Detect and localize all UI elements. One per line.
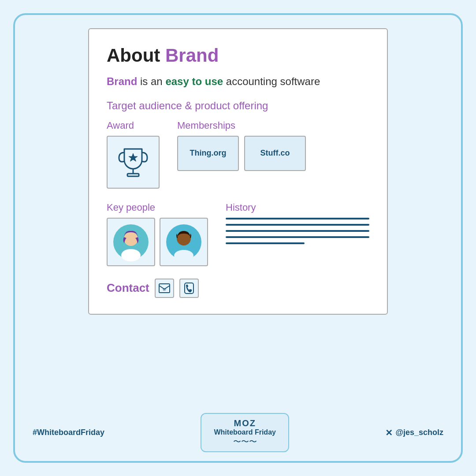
history-line-4 [226,236,369,238]
outer-border: About Brand Brand is an easy to use acco… [13,13,463,463]
phone-icon [184,283,194,294]
svg-point-7 [174,250,193,261]
award-box [107,136,160,189]
award-memberships-row: Award [107,120,369,189]
email-icon: @ [159,283,170,293]
svg-rect-11 [185,283,193,294]
memberships-label: Memberships [177,120,369,131]
page-title: About Brand [107,45,369,66]
twitter-username: @jes_scholz [395,428,443,437]
key-people-col: Key people [107,202,208,266]
twitter-handle-area: ✕ @jes_scholz [385,428,443,438]
trophy-icon [115,145,151,180]
history-line-3 [226,230,369,232]
email-icon-box[interactable]: @ [155,279,174,298]
award-label: Award [107,120,160,131]
svg-rect-1 [127,174,139,176]
desc-middle: is an [137,75,165,87]
bottom-area: #WhiteboardFriday MOZ Whiteboard Friday … [28,413,448,452]
contact-label: Contact [107,281,149,295]
history-line-2 [226,224,369,226]
desc-brand: Brand [107,75,137,87]
history-label: History [226,202,369,213]
membership-thing: Thing.org [177,136,239,171]
phone-icon-box[interactable] [179,279,199,298]
hashtag: #WhiteboardFriday [33,428,104,437]
memberships-col: Memberships Thing.org Stuff.co [177,120,369,189]
person-male-icon [164,222,204,262]
desc-easy: easy to use [165,75,223,87]
x-icon: ✕ [385,428,393,438]
target-heading: Target audience & product offering [107,100,369,112]
moz-badge: MOZ Whiteboard Friday 〜〜〜 [201,413,289,452]
moz-wave: 〜〜〜 [214,436,275,447]
key-people-label: Key people [107,202,208,213]
title-prefix: About [107,45,165,66]
svg-text:@: @ [163,287,166,291]
moz-subtitle: Whiteboard Friday [214,428,275,436]
history-line-5 [226,242,305,244]
title-brand: Brand [165,45,219,66]
contact-row: Contact @ [107,279,369,298]
person-1-box [107,218,155,266]
svg-point-5 [124,232,138,246]
award-col: Award [107,120,160,189]
moz-title: MOZ [214,418,275,428]
membership-stuff: Stuff.co [244,136,306,171]
membership-row: Thing.org Stuff.co [177,136,369,171]
desc-rest: accounting software [223,75,320,87]
history-line-1 [226,218,369,219]
svg-marker-2 [129,153,138,161]
history-lines [226,218,369,244]
people-row [107,218,208,266]
person-2-box [160,218,208,266]
white-card: About Brand Brand is an easy to use acco… [88,28,388,315]
description: Brand is an easy to use accounting softw… [107,74,369,89]
person-female-icon [111,222,151,262]
history-col: History [226,202,369,266]
people-history-row: Key people [107,202,369,266]
svg-point-4 [121,249,141,261]
